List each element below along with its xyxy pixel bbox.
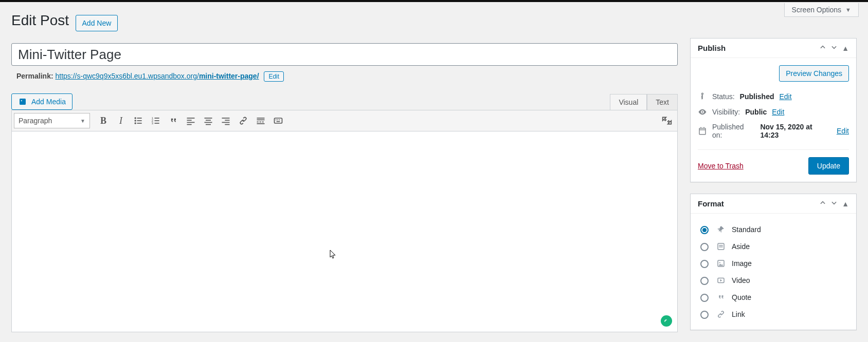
published-value: Nov 15, 2020 at 14:23 [760,123,831,139]
svg-rect-12 [187,118,195,119]
move-down-icon[interactable] [830,44,838,52]
svg-rect-21 [225,120,229,121]
bullet-list-button[interactable] [130,112,147,129]
svg-rect-33 [279,120,280,121]
format-radio-quote[interactable] [700,294,709,302]
add-media-label: Add Media [31,98,66,106]
screen-options-button[interactable]: Screen Options ▼ [784,3,859,17]
add-media-button[interactable]: Add Media [11,93,73,110]
move-to-trash-link[interactable]: Move to Trash [698,162,744,170]
svg-rect-5 [137,123,142,124]
image-icon [715,259,727,268]
calendar-icon [698,126,707,136]
content-editor[interactable] [11,131,678,332]
format-option-standard[interactable]: Standard [698,221,849,238]
chevron-down-icon: ▼ [80,118,85,124]
svg-rect-20 [222,118,230,119]
format-radio-link[interactable] [700,311,709,319]
format-option-link[interactable]: Link [698,306,849,322]
move-up-icon[interactable] [819,44,826,52]
editor-tab-visual[interactable]: Visual [610,94,647,110]
numbered-list-icon: 123 [151,116,161,126]
keyboard-icon [273,116,283,126]
svg-text:3: 3 [152,122,153,125]
align-right-button[interactable] [218,112,234,129]
svg-rect-9 [155,120,159,121]
read-more-icon [256,116,266,126]
chevron-down-icon: ▼ [845,7,851,13]
edit-status-link[interactable]: Edit [780,92,792,101]
format-option-video[interactable]: Video [698,272,849,289]
update-button[interactable]: Update [808,157,849,175]
aside-icon [715,242,727,251]
permalink-row: Permalink: https://s-qwc9q9x5xs6bl.eu1.w… [16,72,678,80]
publish-metabox: Publish ▲ Preview Changes Status: [690,38,857,182]
preview-changes-button[interactable]: Preview Changes [779,65,849,82]
link-icon [715,310,727,319]
page-title: Edit Post [11,12,69,29]
svg-point-2 [135,120,136,121]
format-option-aside[interactable]: Aside [698,238,849,255]
visibility-label: Visibility: [712,108,740,116]
fullscreen-icon [662,116,672,126]
svg-rect-37 [719,246,723,248]
italic-button[interactable]: I [113,112,129,129]
visibility-value: Public [745,108,767,116]
bullet-list-icon [133,116,143,126]
add-new-button[interactable]: Add New [76,15,118,31]
svg-point-4 [135,122,136,124]
toggle-panel-icon[interactable]: ▲ [842,200,849,208]
format-option-image[interactable]: Image [698,255,849,272]
svg-rect-26 [257,122,259,123]
toolbar-toggle-button[interactable] [270,112,286,129]
read-more-button[interactable] [252,112,269,129]
key-icon [698,92,707,101]
format-metabox: Format ▲ Standard [690,194,857,330]
format-radio-aside[interactable] [700,243,709,251]
svg-rect-22 [222,122,230,123]
permalink-link[interactable]: https://s-qwc9q9x5xs6bl.eu1.wpsandbox.or… [55,72,259,80]
format-radio-video[interactable] [700,277,709,285]
editor-tab-text[interactable]: Text [647,94,678,110]
blockquote-button[interactable] [165,112,182,129]
bold-icon: B [100,116,106,126]
format-radio-standard[interactable] [700,226,709,234]
permalink-label: Permalink: [16,72,53,80]
bold-button[interactable]: B [95,112,112,129]
screen-options-label: Screen Options [792,6,842,14]
edit-date-link[interactable]: Edit [837,127,849,135]
svg-rect-23 [225,124,229,125]
svg-rect-36 [719,245,723,246]
align-center-icon [203,116,213,126]
svg-rect-15 [187,124,192,125]
move-up-icon[interactable] [819,199,826,208]
quote-icon [168,116,178,126]
svg-rect-17 [206,120,211,121]
numbered-list-button[interactable]: 123 [148,112,164,129]
fullscreen-button[interactable] [659,112,675,129]
svg-rect-28 [262,122,264,123]
visibility-icon [698,107,707,117]
format-title: Format [698,199,724,208]
align-center-button[interactable] [200,112,216,129]
move-down-icon[interactable] [830,199,838,208]
quote-icon [715,293,727,302]
pin-icon [715,225,727,234]
permalink-edit-button[interactable]: Edit [264,71,284,82]
status-label: Status: [712,92,735,101]
svg-point-39 [719,262,720,263]
svg-rect-11 [155,123,159,124]
link-button[interactable] [235,112,251,129]
align-left-button[interactable] [183,112,199,129]
toggle-panel-icon[interactable]: ▲ [842,44,849,52]
editor-toolbar: Paragraph ▼ B I 123 [11,110,678,131]
format-option-quote[interactable]: Quote [698,289,849,306]
link-icon [238,116,248,126]
media-icon [18,97,27,106]
format-radio-image[interactable] [700,260,709,268]
post-title-input[interactable] [11,43,678,66]
block-format-select[interactable]: Paragraph ▼ [14,113,90,128]
status-indicator-icon [661,315,672,327]
edit-visibility-link[interactable]: Edit [772,108,784,116]
italic-icon: I [119,116,122,126]
